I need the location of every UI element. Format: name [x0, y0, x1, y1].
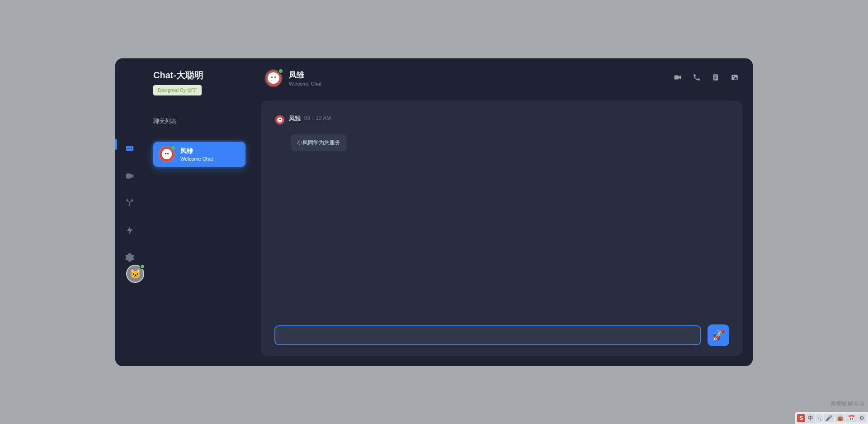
chat-body: 凤雏 09：12 AM 小凤同学为您服务 🚀: [261, 101, 743, 356]
message-time: 09：12 AM: [304, 114, 331, 122]
svg-rect-10: [714, 77, 717, 77]
rail-bolt-icon[interactable]: [121, 221, 139, 239]
svg-rect-4: [126, 173, 132, 178]
svg-rect-11: [714, 78, 716, 79]
chat-item-avatar: [159, 146, 175, 162]
chat-list-item[interactable]: 凤雏 Welcome Chat: [153, 142, 245, 167]
svg-point-1: [127, 148, 128, 149]
svg-rect-9: [714, 76, 717, 76]
ime-seg[interactable]: ⚙: [858, 414, 866, 422]
message-input[interactable]: [274, 325, 701, 345]
cat-avatar-icon: 🐱: [130, 268, 141, 279]
ime-logo: S: [797, 414, 805, 422]
rail-settings-icon[interactable]: [121, 248, 139, 267]
message-avatar[interactable]: [274, 114, 285, 125]
svg-point-5: [127, 200, 128, 201]
brand-badge: Designed By 柴宁: [153, 85, 202, 95]
user-avatar[interactable]: 🐱: [126, 265, 144, 283]
message-row: 凤雏 09：12 AM: [274, 114, 729, 125]
brand-title: Chat-大聪明: [153, 69, 245, 81]
chat-item-name: 凤雏: [180, 147, 213, 155]
svg-rect-7: [675, 75, 679, 79]
status-online-icon: [140, 264, 145, 269]
status-online-icon: [170, 145, 176, 151]
video-call-icon[interactable]: [673, 73, 682, 83]
message-bubble: 小凤同学为您服务: [291, 134, 347, 151]
rail-antenna-icon[interactable]: [121, 194, 139, 212]
input-row: 🚀: [274, 324, 729, 346]
message-sender: 凤雏: [289, 114, 301, 123]
document-icon[interactable]: [711, 73, 720, 83]
header-avatar[interactable]: [264, 69, 283, 87]
chat-item-subtitle: Welcome Chat: [180, 156, 213, 162]
chat-header: 凤雏 Welcome Chat: [251, 58, 753, 98]
watermark-text: 吾爱破解论坛: [830, 400, 864, 408]
svg-point-3: [131, 148, 132, 149]
rail-video-icon[interactable]: [121, 167, 139, 185]
rail-active-indicator: [115, 139, 117, 150]
header-name: 凤雏: [289, 70, 321, 80]
icon-rail: 🐱: [115, 58, 144, 366]
ime-seg[interactable]: 📅: [846, 414, 857, 422]
rail-chat-icon[interactable]: [121, 140, 139, 158]
ime-lang[interactable]: 中: [806, 414, 815, 423]
ime-toolbar[interactable]: S 中 ·, 🎤 👜 📅 ⚙: [795, 412, 868, 424]
svg-point-2: [129, 148, 130, 149]
ime-seg[interactable]: 👜: [835, 414, 845, 422]
send-button[interactable]: 🚀: [708, 324, 729, 346]
sidebar: Chat-大聪明 Designed By 柴宁 聊天列表 凤雏 Welcome …: [144, 58, 251, 366]
status-online-icon: [278, 68, 283, 74]
svg-point-13: [733, 76, 734, 77]
app-window: 🐱 Chat-大聪明 Designed By 柴宁 聊天列表 凤雏 Welcom…: [115, 58, 753, 366]
main-panel: 凤雏 Welcome Chat: [251, 58, 753, 366]
ime-seg[interactable]: ·,: [816, 414, 823, 422]
rocket-icon: 🚀: [712, 329, 725, 341]
ime-seg[interactable]: 🎤: [824, 414, 834, 422]
header-subtitle: Welcome Chat: [289, 81, 321, 86]
image-icon[interactable]: [730, 73, 739, 83]
chatlist-label: 聊天列表: [153, 117, 245, 125]
svg-point-6: [132, 200, 133, 201]
phone-call-icon[interactable]: [692, 73, 701, 83]
